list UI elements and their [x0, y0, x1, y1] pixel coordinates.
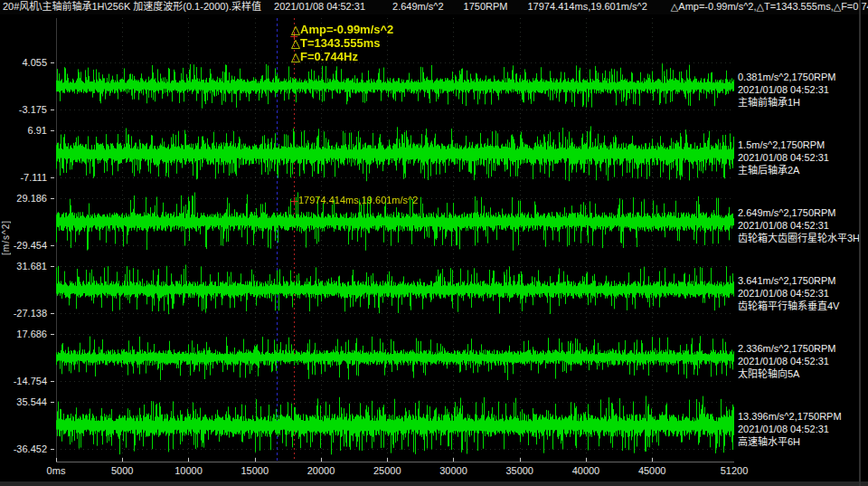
- channel-rms-ch4: 3.641m/s^2,1750RPM: [738, 274, 866, 287]
- x-tick-label-10000: 10000: [175, 465, 203, 476]
- channel-info-ch1: 0.381m/s^2,1750RPM2021/01/08 04:52:31主轴前…: [738, 71, 866, 109]
- channel-datetime-ch1: 2021/01/08 04:52:31: [738, 83, 866, 96]
- y-tick-mark-min-ch4: [51, 313, 54, 314]
- y-tick-label-max-ch6: 35.544: [0, 396, 47, 407]
- channel-info-ch4: 3.641m/s^2,1750RPM2021/01/08 04:52:31齿轮箱…: [738, 274, 866, 312]
- channel-name-ch4: 齿轮箱平行轴系垂直4V: [738, 300, 866, 312]
- channel-rms-ch2: 1.5m/s^2,1750RPM: [738, 138, 866, 151]
- y-tick-mark-max-ch1: [51, 62, 54, 63]
- header-cursor-readout: 17974.414ms,19.601m/s^2: [527, 0, 646, 14]
- x-tick-label-20000: 20000: [307, 465, 335, 476]
- y-tick-label-max-ch4: 31.681: [0, 261, 47, 272]
- y-tick-mark-min-ch1: [51, 110, 54, 110]
- y-tick-label-min-ch1: -3.175: [0, 104, 47, 115]
- channel-datetime-ch2: 2021/01/08 04:52:31: [738, 151, 866, 164]
- header-datetime: 2021/01/08 04:52:31: [274, 0, 365, 14]
- annotation-delta-f: △F=0.744Hz: [291, 50, 393, 63]
- channel-datetime-ch4: 2021/01/08 04:52:31: [738, 287, 866, 300]
- x-tick-label-0ms: 0ms: [47, 465, 66, 476]
- x-tick-label-40000: 40000: [572, 465, 600, 476]
- y-tick-label-max-ch3: 29.186: [0, 193, 47, 204]
- y-tick-mark-min-ch3: [51, 245, 54, 246]
- channel-datetime-ch3: 2021/01/08 04:52:31: [738, 219, 866, 232]
- channel-name-ch2: 主轴后轴承2A: [738, 164, 866, 176]
- x-tick-label-45000: 45000: [638, 465, 666, 476]
- channel-info-ch6: 13.396m/s^2,1750RPM2021/01/08 04:52:31高速…: [738, 410, 866, 448]
- waveform-plot-canvas[interactable]: [56, 18, 734, 463]
- annotation-delta-amp: △Amp=-0.99m/s^2: [291, 23, 393, 36]
- y-tick-label-max-ch5: 17.686: [0, 329, 47, 339]
- y-tick-mark-max-ch3: [51, 198, 54, 199]
- y-tick-label-max-ch1: 4.055: [0, 57, 47, 68]
- delta-cursor-annotation: △Amp=-0.99m/s^2 △T=1343.555ms △F=0.744Hz: [291, 23, 393, 63]
- y-tick-mark-min-ch6: [51, 449, 54, 450]
- header-rpm: 1750RPM: [464, 0, 508, 14]
- channel-info-ch3: 2.649m/s^2,1750RPM2021/01/08 04:52:31齿轮箱…: [738, 206, 866, 244]
- x-tick-label-25000: 25000: [373, 465, 401, 476]
- vibration-waveform-window: 20#风机\主轴前轴承1H\256K 加速度波形(0.1-2000).采样值 2…: [0, 0, 868, 486]
- y-tick-mark-max-ch2: [51, 130, 54, 131]
- channel-name-ch6: 高速轴水平6H: [738, 435, 866, 448]
- x-tick-label-15000: 15000: [241, 465, 269, 476]
- cursor-point-label: 17974.414ms,19.601m/s^2: [298, 195, 418, 205]
- y-tick-mark-max-ch6: [51, 402, 54, 403]
- y-tick-label-min-ch3: -29.454: [0, 240, 47, 251]
- title-bar: 20#风机\主轴前轴承1H\256K 加速度波形(0.1-2000).采样值 2…: [0, 0, 868, 14]
- channel-rms-ch3: 2.649m/s^2,1750RPM: [738, 206, 866, 219]
- x-tick-label-35000: 35000: [505, 465, 533, 476]
- y-tick-label-max-ch2: 6.91: [0, 125, 47, 136]
- x-tick-label-5000: 5000: [111, 465, 133, 476]
- y-tick-mark-min-ch2: [51, 177, 54, 178]
- channel-info-ch2: 1.5m/s^2,1750RPM2021/01/08 04:52:31主轴后轴承…: [738, 138, 866, 176]
- channel-rms-ch1: 0.381m/s^2,1750RPM: [738, 71, 866, 83]
- y-tick-label-min-ch2: -7.111: [0, 172, 47, 183]
- bottom-window-edge: [0, 481, 868, 486]
- channel-name-ch1: 主轴前轴承1H: [738, 96, 866, 109]
- channel-info-ch5: 2.336m/s^2,1750RPM2021/01/08 04:52:31太阳轮…: [738, 342, 866, 380]
- measurement-path-title: 20#风机\主轴前轴承1H\256K 加速度波形(0.1-2000).采样值: [3, 0, 261, 14]
- y-tick-mark-max-ch4: [51, 266, 54, 267]
- channel-rms-ch6: 13.396m/s^2,1750RPM: [738, 410, 866, 423]
- y-tick-label-min-ch4: -27.138: [0, 308, 47, 319]
- header-amplitude: 2.649m/s^2: [392, 0, 444, 14]
- channel-rms-ch5: 2.336m/s^2,1750RPM: [738, 342, 866, 355]
- channel-name-ch3: 齿轮箱大齿圈行星轮水平3H: [738, 232, 866, 244]
- right-window-edge: [859, 0, 861, 486]
- y-tick-mark-min-ch5: [51, 381, 54, 382]
- annotation-delta-t: △T=1343.555ms: [291, 36, 393, 50]
- y-tick-label-min-ch5: -14.754: [0, 376, 47, 386]
- x-tick-label-51200: 51200: [721, 465, 749, 476]
- y-tick-mark-max-ch5: [51, 334, 54, 335]
- channel-datetime-ch6: 2021/01/08 04:52:31: [738, 423, 866, 435]
- header-delta-readout: △Amp=-0.99m/s^2,△T=1343.555ms,△F=0.744Hz: [671, 0, 868, 14]
- y-tick-label-min-ch6: -36.452: [0, 443, 47, 454]
- channel-datetime-ch5: 2021/01/08 04:52:31: [738, 355, 866, 367]
- x-tick-label-30000: 30000: [439, 465, 467, 476]
- channel-name-ch5: 太阳轮轴向5A: [738, 367, 866, 380]
